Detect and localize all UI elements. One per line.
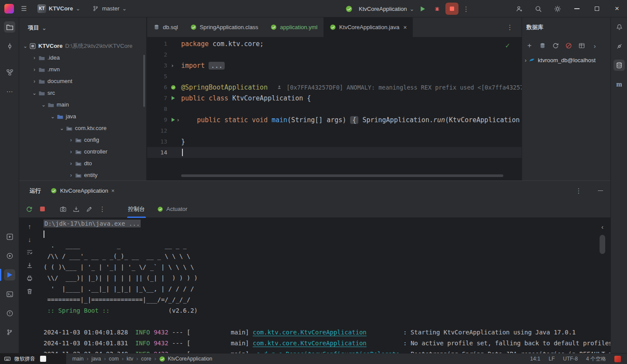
maximize-button[interactable] xyxy=(587,0,607,17)
stop-icon[interactable] xyxy=(37,204,48,215)
chevron-right-icon[interactable]: › xyxy=(67,172,74,178)
problems-tool-button[interactable] xyxy=(0,304,19,323)
run-tab[interactable]: KtvCoreApplication × xyxy=(47,185,118,197)
chevron-right-icon[interactable]: › xyxy=(67,160,74,167)
code-line-1[interactable]: 1package com.ktv.core; xyxy=(147,38,522,49)
editor-horizontal-scrollbar[interactable] xyxy=(181,174,503,177)
tree-item-entity[interactable]: ›entity xyxy=(19,169,146,180)
project-tool-button[interactable] xyxy=(0,17,19,37)
code-line-12[interactable]: 12 xyxy=(147,125,522,136)
close-icon[interactable]: × xyxy=(403,24,407,31)
chevron-right-icon[interactable]: › xyxy=(67,137,74,143)
console-output[interactable]: ↑ ↓ D:\jdk-17\bin\java.exe ... . ____ _ … xyxy=(19,218,610,353)
project-scrollbar[interactable] xyxy=(143,55,145,107)
file-encoding[interactable]: UTF-8 xyxy=(563,356,578,362)
services-tool-button[interactable] xyxy=(0,227,19,246)
settings-gear-icon[interactable] xyxy=(552,3,563,14)
more-icon[interactable]: ⋮ xyxy=(97,204,108,215)
structure-tool-button[interactable] xyxy=(0,63,19,82)
datasource-settings-icon[interactable] xyxy=(538,41,547,50)
collapse-left-icon[interactable]: ‹ xyxy=(601,223,603,230)
editor-tab-KtvCoreApplication.java[interactable]: KtvCoreApplication.java× xyxy=(324,17,413,37)
ai-assistant-button[interactable] xyxy=(611,37,627,56)
editor-tab-db.sql[interactable]: db.sql xyxy=(147,17,184,37)
breadcrumb-item-com[interactable]: com xyxy=(109,356,119,362)
maven-tool-button[interactable]: m xyxy=(611,75,627,94)
thread-dump-icon[interactable] xyxy=(57,204,69,215)
table-view-icon[interactable] xyxy=(577,41,587,50)
branch-selector[interactable]: master ⌄ xyxy=(88,3,131,14)
ime-mode-box[interactable] xyxy=(40,356,46,362)
commit-tool-button[interactable] xyxy=(0,37,19,56)
code-line-14[interactable]: 14 xyxy=(147,147,522,158)
chevron-right-icon[interactable]: › xyxy=(525,57,526,63)
tree-item-KTVCore[interactable]: ⌄KTVCoreD:\系统2\ktv2\ktv\KTVCore xyxy=(19,40,146,52)
fold-chevron-icon[interactable]: › xyxy=(176,117,180,123)
ime-widget[interactable]: 微软拼音 xyxy=(0,354,66,364)
breadcrumb-item-core[interactable]: core xyxy=(141,356,151,362)
code-line-3[interactable]: 3›import ... xyxy=(147,60,522,71)
refresh-icon[interactable] xyxy=(551,41,560,50)
tree-item-dto[interactable]: ›dto xyxy=(19,157,146,169)
close-icon[interactable]: × xyxy=(111,187,115,194)
profiler-tool-button[interactable] xyxy=(0,246,19,265)
chevron-right-icon[interactable]: › xyxy=(67,149,74,155)
run-button[interactable] xyxy=(416,3,429,15)
console-side-handle[interactable] xyxy=(600,235,605,254)
terminal-tool-button[interactable] xyxy=(0,284,19,304)
clear-console-icon[interactable] xyxy=(24,286,35,297)
print-icon[interactable] xyxy=(24,273,35,284)
code-with-me-icon[interactable] xyxy=(513,3,525,14)
rerun-icon[interactable] xyxy=(24,204,35,215)
chevron-down-icon[interactable]: ⌄ xyxy=(40,102,47,108)
tree-item-document[interactable]: ›document xyxy=(19,75,146,87)
code-line-8[interactable]: 8 xyxy=(147,104,522,114)
more-icon[interactable]: ⋮ xyxy=(573,185,584,197)
status-icon[interactable] xyxy=(614,356,621,362)
tab-console[interactable]: 控制台 xyxy=(123,200,150,218)
project-selector[interactable]: KT KTVCore ⌄ xyxy=(34,3,84,15)
more-icon[interactable]: ⋮ xyxy=(460,3,472,14)
dump-to-file-icon[interactable] xyxy=(71,204,82,215)
line-ending[interactable]: LF xyxy=(549,356,555,362)
cancel-running-icon[interactable] xyxy=(564,41,573,50)
spring-bean-icon[interactable] xyxy=(171,85,176,90)
tree-item-idea[interactable]: ›.idea xyxy=(19,52,146,63)
tree-item-java[interactable]: ⌄java xyxy=(19,110,146,122)
run-configuration-name[interactable]: KtvCoreApplication xyxy=(359,6,407,12)
chevron-right-icon[interactable]: › xyxy=(590,41,600,50)
tree-item-src[interactable]: ⌄src xyxy=(19,87,146,99)
more-tools-button[interactable]: ⋯ xyxy=(0,82,19,101)
editor-tab-application.yml[interactable]: application.yml xyxy=(264,17,324,37)
run-line-icon[interactable] xyxy=(171,96,175,100)
tree-item-controller[interactable]: ›controller xyxy=(19,146,146,157)
soft-wrap-icon[interactable] xyxy=(24,247,35,258)
fold-chevron-icon[interactable]: › xyxy=(171,62,174,69)
breadcrumb-item-main[interactable]: main xyxy=(72,356,84,362)
cursor-position[interactable]: 14:1 xyxy=(530,356,540,362)
scroll-to-end-icon[interactable] xyxy=(24,260,35,271)
chevron-down-icon[interactable]: ⌄ xyxy=(31,90,38,96)
inspection-ok-icon[interactable]: ✓ xyxy=(505,42,510,50)
search-icon[interactable] xyxy=(533,3,544,14)
run-line-icon[interactable] xyxy=(171,117,175,122)
up-icon[interactable]: ↑ xyxy=(24,220,35,232)
chevron-right-icon[interactable]: › xyxy=(31,55,38,61)
main-menu-icon[interactable]: ☰ xyxy=(18,3,30,14)
breadcrumb-item-java[interactable]: java xyxy=(91,356,101,362)
editor-tab-SpringApplication.class[interactable]: SpringApplication.class xyxy=(184,17,264,37)
chevron-down-icon[interactable]: ⌄ xyxy=(42,25,47,31)
database-tool-button[interactable] xyxy=(611,56,627,75)
breadcrumb-item-ktv[interactable]: ktv xyxy=(127,356,133,362)
chevron-down-icon[interactable]: ⌄ xyxy=(49,114,56,120)
hide-panel-icon[interactable] xyxy=(595,185,606,197)
run-tool-button[interactable] xyxy=(0,265,19,284)
code-line-6[interactable]: 6@SpringBootApplication [0x7FFA43257DF0]… xyxy=(147,82,522,93)
code-line-5[interactable]: 5 xyxy=(147,71,522,82)
notifications-button[interactable] xyxy=(611,17,627,37)
chevron-down-icon[interactable]: ⌄ xyxy=(410,6,415,12)
edit-configuration-icon[interactable] xyxy=(84,204,95,215)
code-line-13[interactable]: 13} xyxy=(147,136,522,147)
tree-item-main[interactable]: ⌄main xyxy=(19,99,146,110)
tab-actuator[interactable]: Actuator xyxy=(152,200,192,218)
